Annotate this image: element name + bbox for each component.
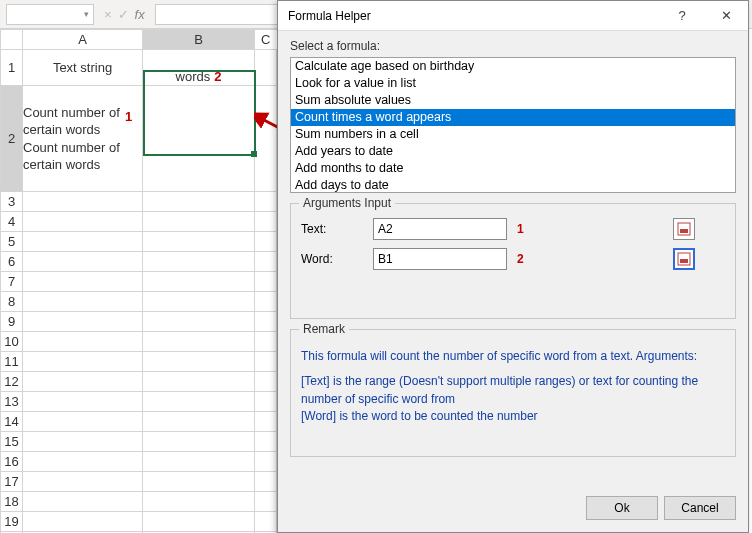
cell[interactable]	[23, 452, 143, 472]
col-header[interactable]: C	[255, 30, 277, 50]
cell[interactable]	[23, 272, 143, 292]
row-header[interactable]: 18	[1, 492, 23, 512]
cell[interactable]	[255, 292, 277, 312]
cell[interactable]	[143, 312, 255, 332]
help-button[interactable]: ?	[660, 1, 704, 31]
row-header[interactable]: 16	[1, 452, 23, 472]
row-header[interactable]: 4	[1, 212, 23, 232]
cell[interactable]	[143, 272, 255, 292]
cell[interactable]	[143, 332, 255, 352]
cell[interactable]	[143, 492, 255, 512]
cancel-button[interactable]: Cancel	[664, 496, 736, 520]
formula-list-item[interactable]: Add years to date	[291, 143, 735, 160]
text-arg-input[interactable]	[373, 218, 507, 240]
cell[interactable]	[255, 452, 277, 472]
cell[interactable]	[23, 292, 143, 312]
cell[interactable]	[255, 412, 277, 432]
cell[interactable]	[143, 372, 255, 392]
formula-list-item[interactable]: Look for a value in list	[291, 75, 735, 92]
cell[interactable]	[255, 272, 277, 292]
cell[interactable]	[23, 392, 143, 412]
row-header[interactable]: 7	[1, 272, 23, 292]
cell[interactable]	[23, 352, 143, 372]
cell[interactable]	[23, 232, 143, 252]
formula-list-item[interactable]: Sum absolute values	[291, 92, 735, 109]
cell[interactable]	[255, 352, 277, 372]
cell-A1[interactable]: Text string	[23, 50, 143, 86]
enter-icon[interactable]: ✓	[118, 7, 129, 22]
cell-A2[interactable]: Count number of certain words Count numb…	[23, 86, 143, 192]
dialog-titlebar[interactable]: Formula Helper ? ✕	[278, 1, 748, 31]
cell[interactable]	[143, 452, 255, 472]
row-header[interactable]: 5	[1, 232, 23, 252]
row-header[interactable]: 15	[1, 432, 23, 452]
cell[interactable]	[143, 192, 255, 212]
fx-icon[interactable]: fx	[135, 7, 145, 22]
formula-list-item[interactable]: Add months to date	[291, 160, 735, 177]
range-picker-button[interactable]	[673, 218, 695, 240]
cell[interactable]	[23, 212, 143, 232]
formula-listbox[interactable]: Calculate age based on birthday Look for…	[290, 57, 736, 193]
cell[interactable]	[23, 512, 143, 532]
select-all-corner[interactable]	[1, 30, 23, 50]
ok-button[interactable]: Ok	[586, 496, 658, 520]
word-arg-input[interactable]	[373, 248, 507, 270]
cell-B1[interactable]: words2	[143, 50, 255, 86]
row-header[interactable]: 19	[1, 512, 23, 532]
row-header[interactable]: 2	[1, 86, 23, 192]
cell[interactable]	[23, 412, 143, 432]
cell[interactable]	[255, 392, 277, 412]
cell[interactable]	[23, 372, 143, 392]
row-header[interactable]: 17	[1, 472, 23, 492]
cell[interactable]	[255, 252, 277, 272]
cell[interactable]	[23, 432, 143, 452]
cell[interactable]	[255, 312, 277, 332]
cell[interactable]	[143, 392, 255, 412]
cell[interactable]	[143, 352, 255, 372]
cell[interactable]	[143, 252, 255, 272]
cell[interactable]	[143, 412, 255, 432]
row-header[interactable]: 8	[1, 292, 23, 312]
spreadsheet-grid[interactable]: A B C 1 Text string words2 2 Count numbe…	[0, 29, 277, 533]
cancel-icon[interactable]: ×	[104, 7, 112, 22]
name-box[interactable]: ▾	[6, 4, 94, 25]
cell[interactable]	[255, 512, 277, 532]
cell[interactable]	[23, 472, 143, 492]
col-header[interactable]: B	[143, 30, 255, 50]
row-header[interactable]: 11	[1, 352, 23, 372]
row-header[interactable]: 1	[1, 50, 23, 86]
cell[interactable]	[255, 232, 277, 252]
cell[interactable]	[255, 192, 277, 212]
cell[interactable]	[143, 212, 255, 232]
col-header[interactable]: A	[23, 30, 143, 50]
cell[interactable]	[255, 212, 277, 232]
cell[interactable]	[143, 512, 255, 532]
cell[interactable]	[143, 472, 255, 492]
formula-list-item[interactable]: Calculate age based on birthday	[291, 58, 735, 75]
row-header[interactable]: 9	[1, 312, 23, 332]
range-picker-button[interactable]	[673, 248, 695, 270]
cell[interactable]	[255, 372, 277, 392]
close-button[interactable]: ✕	[704, 1, 748, 31]
cell-C2[interactable]	[255, 86, 277, 192]
formula-list-item[interactable]: Count times a word appears	[291, 109, 735, 126]
cell[interactable]	[23, 252, 143, 272]
row-header[interactable]: 13	[1, 392, 23, 412]
cell[interactable]	[23, 312, 143, 332]
row-header[interactable]: 10	[1, 332, 23, 352]
formula-list-item[interactable]: Sum numbers in a cell	[291, 126, 735, 143]
cell[interactable]	[143, 232, 255, 252]
cell[interactable]	[255, 492, 277, 512]
row-header[interactable]: 12	[1, 372, 23, 392]
row-header[interactable]: 3	[1, 192, 23, 212]
formula-list-item[interactable]: Add days to date	[291, 177, 735, 193]
cell-C1[interactable]	[255, 50, 277, 86]
cell[interactable]	[23, 332, 143, 352]
row-header[interactable]: 14	[1, 412, 23, 432]
cell[interactable]	[143, 432, 255, 452]
cell-B2[interactable]	[143, 86, 255, 192]
cell[interactable]	[23, 192, 143, 212]
cell[interactable]	[255, 472, 277, 492]
cell[interactable]	[143, 292, 255, 312]
row-header[interactable]: 6	[1, 252, 23, 272]
